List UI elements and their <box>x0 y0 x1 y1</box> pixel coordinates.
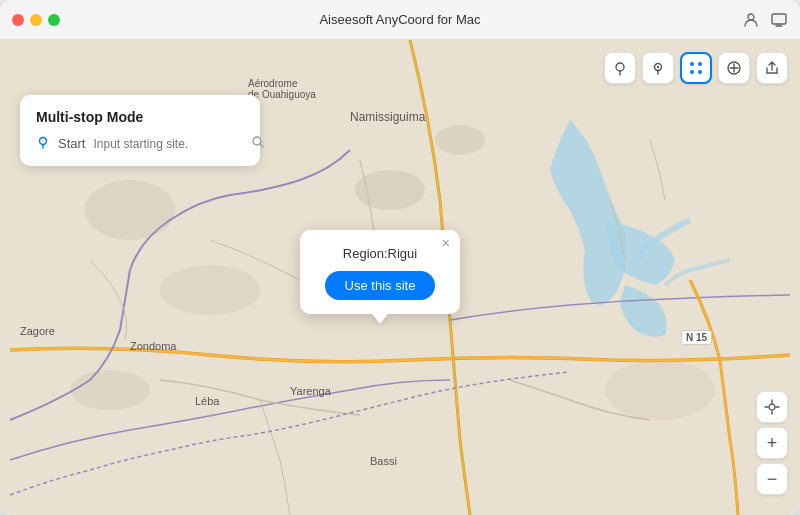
monitor-icon[interactable] <box>770 11 788 29</box>
svg-point-9 <box>616 63 624 71</box>
single-mode-button[interactable] <box>604 52 636 84</box>
multistop-mode-button[interactable] <box>680 52 712 84</box>
svg-point-0 <box>748 14 754 20</box>
svg-point-7 <box>70 370 150 410</box>
multistop-panel: Multi-stop Mode Start <box>20 95 260 166</box>
location-pin-icon <box>36 135 50 152</box>
svg-point-17 <box>40 138 47 145</box>
top-toolbar <box>604 52 788 84</box>
user-icon[interactable] <box>742 11 760 29</box>
close-button[interactable] <box>12 14 24 26</box>
title-bar-actions <box>742 11 788 29</box>
svg-point-4 <box>355 170 425 210</box>
svg-point-11 <box>657 66 659 68</box>
map-controls: + − <box>756 391 788 495</box>
start-label: Start <box>58 136 85 151</box>
popup-close-button[interactable]: × <box>442 236 450 250</box>
my-location-button[interactable] <box>756 391 788 423</box>
map-popup: × Region:Rigui Use this site <box>300 230 460 314</box>
title-bar: Aiseesoft AnyCoord for Mac <box>0 0 800 40</box>
svg-point-3 <box>85 180 175 240</box>
app-window: Aiseesoft AnyCoord for Mac <box>0 0 800 515</box>
multistop-title: Multi-stop Mode <box>36 109 244 125</box>
minimize-button[interactable] <box>30 14 42 26</box>
use-this-site-button[interactable]: Use this site <box>325 271 436 300</box>
svg-point-12 <box>690 62 694 66</box>
road-label-n15: N 15 <box>681 330 712 345</box>
maximize-button[interactable] <box>48 14 60 26</box>
svg-point-6 <box>160 265 260 315</box>
start-input-row: Start <box>36 135 244 152</box>
search-icon[interactable] <box>251 135 265 152</box>
svg-point-14 <box>690 70 694 74</box>
joystick-button[interactable] <box>718 52 750 84</box>
teleport-mode-button[interactable] <box>642 52 674 84</box>
svg-point-5 <box>435 125 485 155</box>
svg-point-13 <box>698 62 702 66</box>
zoom-in-button[interactable]: + <box>756 427 788 459</box>
svg-point-8 <box>605 360 715 420</box>
popup-region-label: Region:Rigui <box>318 246 442 261</box>
start-input[interactable] <box>93 137 243 151</box>
popup-tail <box>372 314 388 324</box>
traffic-lights <box>12 14 60 26</box>
svg-point-19 <box>769 404 775 410</box>
app-title: Aiseesoft AnyCoord for Mac <box>319 12 480 27</box>
main-area: Aérodromede Ouahiguoya Namissiguima Zago… <box>0 40 800 515</box>
svg-point-15 <box>698 70 702 74</box>
svg-rect-1 <box>772 14 786 24</box>
zoom-out-button[interactable]: − <box>756 463 788 495</box>
export-button[interactable] <box>756 52 788 84</box>
